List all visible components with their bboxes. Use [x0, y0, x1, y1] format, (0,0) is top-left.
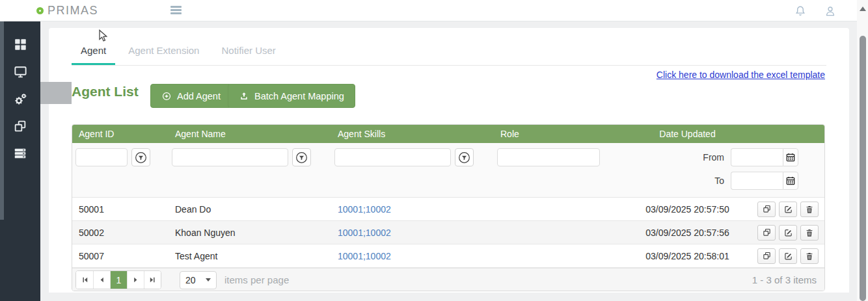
- batch-agent-mapping-button[interactable]: Batch Agent Mapping: [228, 84, 355, 108]
- table-header-row: Agent ID Agent Name Agent Skills Role Da…: [72, 125, 824, 143]
- date-from-input[interactable]: [731, 148, 783, 166]
- primas-logo: PRIMAS: [36, 4, 98, 18]
- to-label: To: [714, 176, 724, 186]
- scrollbar-thumb[interactable]: [860, 36, 866, 301]
- tabstrip: Agent Agent Extension Notifier User: [72, 28, 826, 66]
- next-page-icon: [131, 276, 140, 284]
- tab-agent[interactable]: Agent: [72, 39, 115, 65]
- column-header-agent-name[interactable]: Agent Name: [169, 125, 331, 143]
- filter-funnel-icon: [295, 151, 308, 164]
- copy-icon: [761, 250, 772, 261]
- gears-icon: [13, 92, 28, 107]
- copy-icon: [761, 227, 772, 238]
- edit-row-button[interactable]: [779, 248, 797, 264]
- sidebar-item-dashboard[interactable]: [0, 31, 40, 58]
- main-content-card: Agent Agent Extension Notifier User Clic…: [49, 28, 849, 293]
- copy-row-button[interactable]: [757, 225, 776, 241]
- brand-name: PRIMAS: [47, 4, 98, 18]
- pager-next-button[interactable]: [127, 271, 144, 289]
- calendar-icon: [785, 152, 796, 163]
- table-row: 50002 Khoan Nguyen 10001;10002 03/09/202…: [72, 221, 824, 244]
- sidebar-scrollbar-thumb[interactable]: [0, 21, 4, 220]
- menu-toggle-icon[interactable]: [170, 6, 182, 16]
- column-header-agent-skills[interactable]: Agent Skills: [331, 125, 494, 143]
- pager-page-1[interactable]: 1: [110, 271, 127, 289]
- cell-date-updated: 03/09/2025 20:57:50: [624, 198, 751, 220]
- delete-row-button[interactable]: [800, 225, 819, 241]
- sidebar-item-servers[interactable]: [0, 140, 40, 167]
- agent-skills-filter-input[interactable]: [334, 148, 451, 166]
- agent-name-filter-input[interactable]: [172, 148, 288, 166]
- scrollbar-up-arrow-icon[interactable]: [860, 7, 866, 11]
- copy-row-button[interactable]: [757, 248, 776, 264]
- table-pager: 1 20 items per page 1 -: [72, 268, 824, 291]
- cell-agent-id: 50002: [72, 221, 169, 244]
- column-header-role[interactable]: Role: [494, 125, 624, 143]
- tab-agent-extension[interactable]: Agent Extension: [119, 39, 208, 65]
- page-size-value: 20: [185, 275, 196, 285]
- sidebar-item-windows[interactable]: [0, 112, 40, 140]
- panel-collapse-handle[interactable]: [40, 82, 72, 104]
- pager-last-button[interactable]: [144, 271, 161, 289]
- delete-row-button[interactable]: [800, 202, 819, 217]
- tab-notifier-user[interactable]: Notifier User: [212, 39, 284, 65]
- trash-icon: [804, 251, 815, 261]
- batch-agent-mapping-label: Batch Agent Mapping: [254, 91, 344, 101]
- primas-logo-icon: [36, 7, 44, 14]
- role-filter-input[interactable]: [497, 148, 600, 166]
- agent-skills-link[interactable]: 10001;10002: [338, 251, 391, 261]
- page-size-select[interactable]: 20: [180, 271, 217, 289]
- sidebar-item-settings[interactable]: [0, 85, 40, 112]
- edit-row-button[interactable]: [779, 225, 797, 241]
- date-filter-group: From: [624, 143, 824, 197]
- cell-agent-id: 50007: [72, 244, 169, 267]
- user-profile-button[interactable]: [823, 4, 837, 18]
- top-header-bar: PRIMAS: [0, 0, 857, 21]
- monitor-icon: [13, 64, 28, 79]
- cell-agent-name: Test Agent: [169, 244, 331, 267]
- dashboard-grid-icon: [13, 37, 27, 51]
- add-agent-label: Add Agent: [177, 91, 221, 101]
- cell-agent-id: 50001: [72, 198, 169, 220]
- agent-table: Agent ID Agent Name Agent Skills Role Da…: [72, 124, 825, 291]
- from-label: From: [703, 152, 724, 163]
- table-filter-row: From: [72, 143, 824, 198]
- items-per-page-label: items per page: [224, 274, 289, 285]
- agent-skills-link[interactable]: 10001;10002: [338, 228, 391, 238]
- cell-date-updated: 03/09/2025 20:58:01: [624, 244, 751, 267]
- agent-id-filter-input[interactable]: [75, 148, 128, 166]
- table-row: 50007 Test Agent 10001;10002 03/09/2025 …: [72, 244, 824, 268]
- pager-range-label: 1 - 3 of 3 items: [752, 274, 817, 285]
- column-header-date-updated[interactable]: Date Updated: [624, 125, 751, 143]
- download-excel-template-link[interactable]: Click here to download the excel templat…: [657, 70, 825, 80]
- cell-agent-name: Dean Do: [169, 198, 331, 220]
- agent-skills-filter-button[interactable]: [455, 148, 474, 166]
- column-header-actions: [751, 125, 824, 143]
- overlap-squares-icon: [13, 119, 27, 133]
- edit-row-button[interactable]: [779, 202, 797, 217]
- cell-role: [494, 198, 624, 220]
- cell-role: [494, 244, 624, 267]
- agent-name-filter-button[interactable]: [292, 148, 311, 166]
- chevron-down-icon: [206, 278, 211, 281]
- column-header-agent-id[interactable]: Agent ID: [72, 125, 169, 143]
- edit-pencil-icon: [783, 227, 794, 238]
- plus-circle-icon: [161, 91, 172, 101]
- add-agent-button[interactable]: Add Agent: [150, 84, 232, 108]
- pager-first-button[interactable]: [76, 271, 93, 289]
- agent-skills-link[interactable]: 10001;10002: [338, 204, 391, 215]
- filter-funnel-icon: [134, 151, 148, 164]
- page-scrollbar[interactable]: [857, 0, 868, 301]
- copy-row-button[interactable]: [757, 202, 776, 217]
- date-to-input[interactable]: [731, 172, 783, 190]
- agent-id-filter-button[interactable]: [131, 148, 150, 166]
- bell-icon: [794, 5, 807, 18]
- notifications-button[interactable]: [793, 4, 807, 18]
- delete-row-button[interactable]: [800, 248, 819, 264]
- sidebar-item-monitor[interactable]: [0, 58, 40, 85]
- date-to-calendar-button[interactable]: [783, 172, 798, 190]
- date-from-calendar-button[interactable]: [783, 148, 798, 166]
- edit-pencil-icon: [783, 203, 794, 215]
- trash-icon: [804, 204, 815, 215]
- pager-prev-button[interactable]: [93, 271, 110, 289]
